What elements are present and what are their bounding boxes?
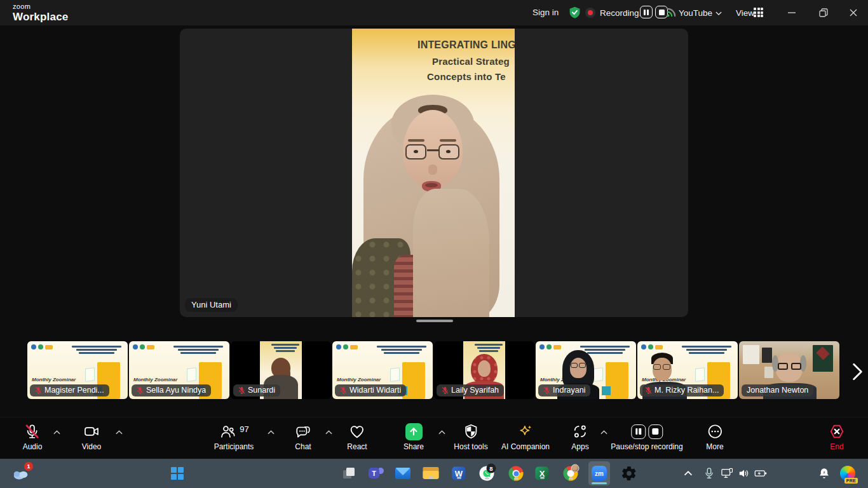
svg-text:z: z xyxy=(823,470,825,474)
participants-icon xyxy=(219,423,236,440)
apps-button[interactable]: Apps xyxy=(571,423,588,451)
recording-indicator-icon xyxy=(585,8,595,18)
task-view-icon xyxy=(341,466,356,481)
sign-in-button[interactable]: Sign in xyxy=(532,8,559,17)
participant-name-label: M. Rizky Raihan... xyxy=(640,384,724,396)
close-window-button[interactable] xyxy=(847,6,860,19)
filmstrip-next-button[interactable] xyxy=(849,362,865,381)
host-tools-shield-icon xyxy=(463,423,479,440)
participant-tile[interactable]: Monthly Zoominar Magister Pendi... xyxy=(27,341,128,399)
participant-tile[interactable]: Monthly Zoominar Indrayani xyxy=(536,341,636,399)
zoom-app-icon: zm xyxy=(592,466,607,481)
tray-volume-icon[interactable] xyxy=(738,468,750,478)
chat-icon xyxy=(295,423,312,440)
youtube-chevron-down-icon[interactable] xyxy=(715,11,722,15)
muted-mic-icon xyxy=(238,386,245,395)
restore-window-button[interactable] xyxy=(817,6,830,19)
notification-bell[interactable]: z xyxy=(818,468,830,480)
participant-tile[interactable]: Monthly Zoominar Widarti Widarti xyxy=(332,341,433,399)
chrome-profile-button[interactable] xyxy=(564,466,578,481)
participant-name-label: Widarti Widarti xyxy=(335,384,406,396)
file-explorer-button[interactable] xyxy=(423,467,439,480)
gear-icon xyxy=(621,465,637,482)
participant-tile[interactable]: Sunardi xyxy=(231,341,331,399)
participants-count: 97 xyxy=(240,424,248,434)
apps-options-chevron[interactable] xyxy=(600,430,607,435)
participant-name-label: Magister Pendi... xyxy=(30,384,109,396)
host-tools-button[interactable]: Host tools xyxy=(454,423,487,451)
participants-options-chevron[interactable] xyxy=(268,430,275,435)
participants-button[interactable]: 97 Participants xyxy=(214,423,254,451)
minimize-button[interactable] xyxy=(785,6,798,19)
participant-name-label: Sunardi xyxy=(233,384,280,396)
slide-title-line1: INTEGRATING LING xyxy=(417,39,515,51)
share-options-chevron[interactable] xyxy=(438,430,445,435)
share-button[interactable]: Share xyxy=(403,423,424,451)
task-view-button[interactable] xyxy=(341,466,356,481)
zoom-title-bar: zoom Workplace Sign in Recording... YouT… xyxy=(0,0,868,25)
muted-mic-icon xyxy=(35,386,42,395)
word-app-button[interactable]: W xyxy=(452,467,466,480)
video-button[interactable]: Video xyxy=(82,423,101,451)
start-button[interactable] xyxy=(171,467,184,480)
tray-mic-icon[interactable] xyxy=(705,468,714,479)
security-shield-icon xyxy=(568,6,581,19)
react-button[interactable]: React xyxy=(347,423,367,451)
slide-title-line3: Concepts into Te xyxy=(427,71,506,82)
profile-avatar xyxy=(571,464,580,473)
excel-app-button[interactable]: X xyxy=(536,467,549,480)
teams-app-button[interactable]: T xyxy=(369,466,384,481)
weather-widget[interactable]: 1 xyxy=(11,466,31,481)
more-button[interactable]: More xyxy=(706,423,723,451)
copilot-button[interactable]: PRE xyxy=(840,466,855,481)
teams-icon: T xyxy=(369,468,379,478)
meeting-controls-bar: Audio Video 97 Participants Chat React S… xyxy=(0,417,868,459)
tray-battery-icon[interactable] xyxy=(754,469,767,478)
whatsapp-button[interactable]: 8 xyxy=(480,466,494,481)
view-grid-icon[interactable] xyxy=(754,8,763,17)
audio-options-chevron[interactable] xyxy=(53,430,60,435)
chat-button[interactable]: Chat xyxy=(295,423,312,451)
participant-name-label: Jonathan Newton xyxy=(742,384,813,396)
chrome-button[interactable] xyxy=(509,466,524,481)
zoom-app-button[interactable]: zm xyxy=(588,461,610,485)
camera-icon xyxy=(83,423,100,440)
pause-recording-button[interactable] xyxy=(640,6,653,18)
tray-display-icon[interactable] xyxy=(721,468,733,479)
muted-mic-icon xyxy=(340,386,347,395)
participant-tile[interactable]: Laily Syarifah xyxy=(434,341,534,399)
participant-tile[interactable]: Monthly Zoominar M. Rizky Raihan... xyxy=(637,341,738,399)
settings-button[interactable] xyxy=(621,465,637,482)
view-button[interactable]: View xyxy=(736,8,754,18)
copilot-pre-badge: PRE xyxy=(844,478,858,484)
filmstrip-resize-handle[interactable] xyxy=(416,320,453,322)
notification-badge: 1 xyxy=(24,462,33,471)
live-stream-icon xyxy=(666,7,677,18)
slide-caption: Monthly Zoominar xyxy=(32,377,76,383)
end-meeting-button[interactable]: End xyxy=(829,423,846,451)
tray-expand-chevron[interactable] xyxy=(684,471,693,476)
end-call-icon xyxy=(829,423,846,440)
active-speaker-tile[interactable]: INTEGRATING LING Practical Strateg Conce… xyxy=(180,29,688,317)
video-options-chevron[interactable] xyxy=(116,430,123,435)
ai-companion-button[interactable]: AI Companion xyxy=(501,423,550,451)
audio-button[interactable]: Audio xyxy=(23,423,43,451)
mic-muted-icon xyxy=(24,423,41,440)
pause-stop-recording-button[interactable]: Pause/stop recording xyxy=(611,423,682,451)
pause-recording-icon[interactable] xyxy=(631,424,646,439)
muted-mic-icon xyxy=(543,386,550,395)
participant-tile[interactable]: Monthly Zoominar Sella Ayu Nindya xyxy=(129,341,229,399)
chat-options-chevron[interactable] xyxy=(325,430,332,435)
participant-filmstrip: Monthly Zoominar Magister Pendi... Month… xyxy=(27,341,839,399)
whatsapp-badge: 8 xyxy=(487,464,496,473)
mail-app-button[interactable] xyxy=(395,468,410,479)
meeting-stage: INTEGRATING LING Practical Strateg Conce… xyxy=(0,25,868,417)
youtube-stream-label[interactable]: YouTube xyxy=(679,8,712,18)
stop-recording-icon[interactable] xyxy=(648,424,663,439)
heart-icon xyxy=(348,423,365,440)
mail-icon xyxy=(395,468,410,479)
windows-taskbar: 1 T W xyxy=(0,459,868,488)
ai-companion-sparkle-icon xyxy=(517,423,534,440)
speaker-video-feed: INTEGRATING LING Practical Strateg Conce… xyxy=(352,29,515,317)
participant-tile[interactable]: Jonathan Newton xyxy=(739,341,839,399)
